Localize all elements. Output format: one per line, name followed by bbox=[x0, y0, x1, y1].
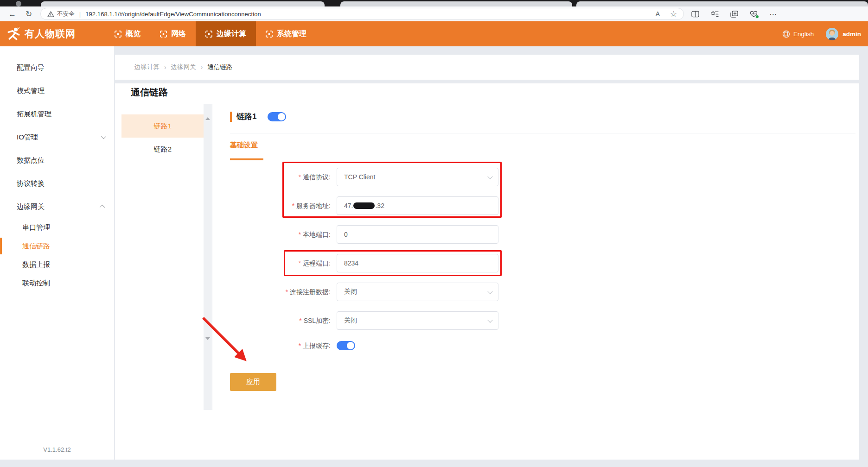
field-label: *本地端口: bbox=[185, 225, 331, 244]
read-aloud-icon[interactable]: A bbox=[656, 10, 660, 18]
split-screen-icon[interactable] bbox=[691, 11, 699, 18]
browser-tab[interactable] bbox=[576, 1, 868, 6]
field-label: *SSL加密: bbox=[185, 311, 331, 330]
sidebar-item-data-points[interactable]: 数据点位 bbox=[0, 149, 114, 172]
breadcrumb-separator: › bbox=[201, 63, 203, 71]
panel-header: 链路1 bbox=[230, 111, 286, 122]
browser-tab[interactable] bbox=[41, 1, 325, 6]
screen: ← ↻ 不安全 | 192.168.1.1/#/origin/defaultEd… bbox=[0, 0, 868, 467]
ssl-select[interactable]: 关闭 bbox=[337, 311, 498, 330]
remote-port-input[interactable]: 8234 bbox=[337, 254, 498, 272]
globe-icon bbox=[782, 30, 790, 38]
sidebar-item-io-management[interactable]: IO管理 bbox=[0, 126, 114, 149]
brand-logo-icon bbox=[6, 26, 21, 42]
required-marker: * bbox=[299, 173, 301, 181]
field-row-report-cache: *上报缓存: bbox=[185, 341, 509, 350]
sidebar-item-edge-gateway[interactable]: 边缘网关 bbox=[0, 195, 114, 218]
local-port-input[interactable]: 0 bbox=[337, 225, 498, 244]
input-value: 0 bbox=[344, 231, 348, 238]
sidebar-item-label: 拓展机管理 bbox=[17, 110, 51, 119]
breadcrumb-separator: › bbox=[164, 63, 166, 71]
select-value: 关闭 bbox=[344, 316, 357, 325]
chevron-down-icon bbox=[487, 174, 492, 179]
breadcrumb: 边缘计算 › 边缘网关 › 通信链路 bbox=[115, 55, 859, 80]
sidebar-item-config-wizard[interactable]: 配置向导 bbox=[0, 56, 114, 79]
breadcrumb-item[interactable]: 边缘网关 bbox=[171, 63, 196, 71]
sidebar-item-communication-link[interactable]: 通信链路 bbox=[0, 237, 114, 255]
masked-value-prefix: 47. bbox=[344, 202, 353, 209]
sidebar-item-label: 模式管理 bbox=[17, 87, 45, 95]
scroll-up-icon[interactable] bbox=[205, 117, 210, 120]
browser-tab[interactable] bbox=[340, 1, 572, 6]
chevron-down-icon bbox=[487, 289, 492, 294]
page-title: 通信链路 bbox=[131, 86, 168, 99]
viewfinder-icon bbox=[266, 31, 273, 38]
report-cache-toggle[interactable] bbox=[337, 341, 355, 350]
link-enable-toggle[interactable] bbox=[268, 112, 286, 121]
collections-icon[interactable] bbox=[730, 11, 738, 18]
divider bbox=[230, 133, 855, 133]
server-address-input[interactable]: 47..32 bbox=[337, 196, 498, 215]
breadcrumb-item[interactable]: 边缘计算 bbox=[134, 63, 160, 71]
sidebar-item-mode-management[interactable]: 模式管理 bbox=[0, 79, 114, 102]
sidebar-item-data-report[interactable]: 数据上报 bbox=[0, 255, 114, 274]
field-label: *远程端口: bbox=[185, 254, 331, 272]
protocol-select[interactable]: TCP Client bbox=[337, 168, 498, 186]
registration-data-select[interactable]: 关闭 bbox=[337, 283, 498, 301]
nav-tab-overview[interactable]: 概览 bbox=[105, 21, 150, 46]
panel-title: 链路1 bbox=[236, 111, 256, 122]
favorites-list-icon[interactable] bbox=[711, 11, 719, 18]
field-label: *通信协议: bbox=[185, 168, 331, 186]
sidebar-item-label: IO管理 bbox=[17, 133, 38, 142]
language-switcher[interactable]: English bbox=[782, 30, 814, 38]
sidebar-item-label: 数据点位 bbox=[17, 156, 45, 165]
more-icon[interactable]: ⋯ bbox=[769, 10, 777, 19]
back-icon[interactable]: ← bbox=[8, 10, 16, 18]
scroll-down-icon[interactable] bbox=[205, 337, 210, 340]
tab-underline bbox=[230, 158, 263, 160]
list-item-link2[interactable]: 链路2 bbox=[121, 138, 204, 161]
url-text[interactable]: 192.168.1.1/#/origin/defaultEdge/ViewCom… bbox=[85, 11, 261, 18]
url-divider: | bbox=[79, 11, 81, 18]
required-marker: * bbox=[299, 259, 301, 267]
sidebar-item-linkage-control[interactable]: 联动控制 bbox=[0, 274, 114, 292]
sidebar-item-protocol-conversion[interactable]: 协议转换 bbox=[0, 172, 114, 195]
nav-label: 网络 bbox=[171, 29, 186, 39]
required-marker: * bbox=[299, 231, 301, 238]
nav-tab-network[interactable]: 网络 bbox=[150, 21, 196, 46]
avatar[interactable] bbox=[826, 28, 838, 40]
main-content: 通信链路 链路1 链路2 链路1 基础设置 *通信协议: TCP Client … bbox=[115, 83, 859, 460]
sidebar-item-label: 串口管理 bbox=[22, 223, 50, 232]
field-label: *服务器地址: bbox=[185, 196, 331, 215]
username: admin bbox=[842, 31, 861, 38]
apply-button[interactable]: 应用 bbox=[230, 373, 276, 391]
nav-tab-system[interactable]: 系统管理 bbox=[256, 21, 316, 46]
select-value: TCP Client bbox=[344, 173, 375, 181]
app-header: 有人物联网 概览 网络 边缘计算 系统管理 bbox=[0, 21, 868, 46]
required-marker: * bbox=[299, 342, 301, 349]
nav-tab-edge-computing[interactable]: 边缘计算 bbox=[196, 21, 256, 46]
field-label-text: 连接注册数据: bbox=[290, 288, 331, 296]
field-row-server-address: *服务器地址: 47..32 bbox=[185, 196, 509, 215]
brand[interactable]: 有人物联网 bbox=[0, 26, 98, 42]
sidebar: 配置向导 模式管理 拓展机管理 IO管理 数据点位 协议转换 边缘网关 串口管理… bbox=[0, 46, 114, 460]
sidebar-item-expansion-management[interactable]: 拓展机管理 bbox=[0, 102, 114, 126]
list-item-label: 链路1 bbox=[154, 122, 172, 131]
sidebar-item-label: 配置向导 bbox=[17, 63, 45, 72]
site-security[interactable]: 不安全 bbox=[47, 10, 75, 18]
redaction-mask bbox=[353, 202, 375, 209]
brand-name: 有人物联网 bbox=[25, 27, 76, 40]
field-row-local-port: *本地端口: 0 bbox=[185, 225, 509, 244]
sidebar-item-serial-management[interactable]: 串口管理 bbox=[0, 218, 114, 237]
chevron-up-icon bbox=[100, 205, 105, 210]
list-item-link1[interactable]: 链路1 bbox=[121, 114, 204, 138]
favorite-star-icon[interactable]: ☆ bbox=[670, 9, 677, 19]
browser-essentials-icon[interactable] bbox=[750, 11, 758, 18]
status-dot bbox=[755, 15, 759, 19]
tab-favicon-circle bbox=[16, 1, 21, 6]
refresh-icon[interactable]: ↻ bbox=[26, 10, 32, 18]
address-bar[interactable]: 不安全 | 192.168.1.1/#/origin/defaultEdge/V… bbox=[40, 8, 684, 20]
sidebar-item-label: 数据上报 bbox=[22, 260, 50, 269]
tab-basic-settings[interactable]: 基础设置 bbox=[230, 141, 258, 150]
breadcrumb-item-current: 通信链路 bbox=[207, 63, 232, 71]
